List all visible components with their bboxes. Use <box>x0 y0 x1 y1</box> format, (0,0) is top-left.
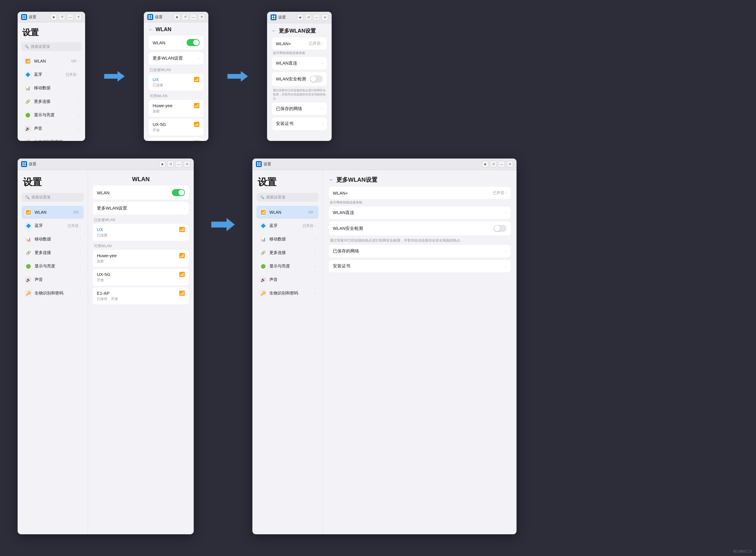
wlan-plus-subtitle-3: 提升网络智能连接体验 <box>272 51 327 55</box>
bottom-network-huwe-1[interactable]: Huwe-yee 📶 加密 <box>93 250 189 267</box>
wlan-security-toggle-3[interactable] <box>310 75 323 82</box>
btn-square-3[interactable]: ■ <box>297 14 303 21</box>
bottom-back-btn-2[interactable]: ← <box>329 177 334 183</box>
bottom-btn-min-1[interactable]: — <box>176 161 182 167</box>
bottom-btn-rotate-2[interactable]: ↺ <box>490 161 497 167</box>
bottom-menu-biometric-1[interactable]: 🔑 生物识别和密码 › <box>22 287 84 300</box>
bottom-menu-mobile-1[interactable]: 📊 移动数据 › <box>22 233 84 246</box>
svg-rect-2 <box>22 17 24 19</box>
bottom-wlan-security-row-2[interactable]: WLAN安全检测 <box>329 221 511 236</box>
menu-wlan-1[interactable]: 📶 WLAN UX › <box>21 55 81 68</box>
bottom-sound-icon-2: 🔊 <box>259 276 266 283</box>
bottom-menu-bluetooth-1[interactable]: 🔷 蓝牙 已开启 › <box>22 219 84 232</box>
bottom-menu-wlan-2[interactable]: 📶 WLAN UX › <box>256 206 318 219</box>
menu-mobile-1[interactable]: 📊 移动数据 › <box>21 81 81 95</box>
app-icon-3 <box>271 14 277 20</box>
bottom-saved-networks-row-2[interactable]: 已保存的网络 › <box>329 245 511 257</box>
install-cert-row-3[interactable]: 安装证书 › <box>272 117 327 130</box>
connected-network-2[interactable]: UX 📶 已连接 <box>148 74 204 91</box>
bottom-menu-more-connect-1[interactable]: 🔗 更多连接 › <box>22 246 84 259</box>
network-e1ap-name-2: E1-AP <box>153 141 194 141</box>
bottom-menu-mobile-2[interactable]: 📊 移动数据 › <box>256 233 318 246</box>
bottom-menu-biometric-2[interactable]: 🔑 生物识别和密码 › <box>256 287 318 300</box>
search-icon-1: 🔍 <box>25 45 29 49</box>
bottom-btn-min-2[interactable]: — <box>498 161 505 167</box>
btn-min-2[interactable]: — <box>190 14 196 20</box>
bottom-install-cert-label-2: 安装证书 <box>333 263 505 269</box>
svg-rect-13 <box>24 162 26 164</box>
svg-rect-12 <box>22 162 24 164</box>
bottom-window-1: 设置 ■ ↺ — ✕ 设置 🔍 搜索设置项 📶 WLAN UX › <box>17 159 194 534</box>
bottom-network-ux5g-1[interactable]: UX-5G 📶 开放 <box>93 269 189 286</box>
menu-bluetooth-1[interactable]: 🔷 蓝牙 已开启 › <box>21 68 81 81</box>
wlan-label-1: WLAN <box>34 59 71 63</box>
bottom-more-connect-icon-1: 🔗 <box>25 249 32 256</box>
bottom-menu-sound-1[interactable]: 🔊 声音 › <box>22 273 84 286</box>
display-label-1: 显示与亮度 <box>34 112 77 118</box>
network-e1ap-2[interactable]: E1-AP 📶 已保存，开放 <box>148 137 204 141</box>
btn-rotate-3[interactable]: ↺ <box>305 14 312 21</box>
bottom-more-wlan-label-1: 更多WLAN设置 <box>97 206 184 211</box>
bottom-more-connect-label-1: 更多连接 <box>35 250 79 255</box>
bottom-search-box-1[interactable]: 🔍 搜索设置项 <box>22 193 84 202</box>
panel-title-2: WLAN <box>155 27 171 33</box>
bottom-wlan-toggle-1[interactable] <box>172 189 185 196</box>
bottom-menu-wlan-1[interactable]: 📶 WLAN UX › <box>22 206 84 219</box>
btn-rotate-1[interactable]: ↺ <box>59 14 65 20</box>
bottom-btn-close-1[interactable]: ✕ <box>184 161 190 167</box>
search-placeholder-1: 搜索设置项 <box>31 44 50 49</box>
bottom-sidebar-1: 设置 🔍 搜索设置项 📶 WLAN UX › 🔷 蓝牙 已开启 › <box>17 170 88 534</box>
bottom-menu-sound-2[interactable]: 🔊 声音 › <box>256 273 318 286</box>
bottom-menu-display-2[interactable]: 🟢 显示与亮度 › <box>256 260 318 273</box>
bottom-install-cert-row-2[interactable]: 安装证书 › <box>329 260 511 272</box>
bottom-wlan-toggle-label-1: WLAN <box>97 190 172 195</box>
bottom-wlan-icon-1: 📶 <box>25 209 32 216</box>
bottom-wlan-plus-row-2[interactable]: WLAN+ 已开启 › <box>329 187 511 199</box>
btn-min-1[interactable]: — <box>67 14 73 20</box>
bottom-network-e1ap-1[interactable]: E1-AP 📶 已保存，开放 <box>93 287 189 305</box>
bottom-btn-close-2[interactable]: ✕ <box>507 161 513 167</box>
bottom-menu-display-1[interactable]: 🟢 显示与亮度 › <box>22 260 84 273</box>
bottom-btn-square-1[interactable]: ■ <box>159 161 166 167</box>
btn-square-2[interactable]: ■ <box>174 14 180 20</box>
menu-display-1[interactable]: 🟢 显示与亮度 › <box>21 109 81 121</box>
more-wlan-row-2[interactable]: 更多WLAN设置 › <box>148 52 204 65</box>
wlan-security-row-3[interactable]: WLAN安全检测 <box>272 72 327 86</box>
wlan-direct-row-3[interactable]: WLAN直连 › <box>272 57 327 70</box>
bottom-btn-rotate-1[interactable]: ↺ <box>167 161 174 167</box>
bottom-mobile-label-2: 移动数据 <box>269 237 314 242</box>
bottom-menu-bluetooth-2[interactable]: 🔷 蓝牙 已开启 › <box>256 219 318 232</box>
bottom-search-box-2[interactable]: 🔍 搜索设置项 <box>256 193 318 202</box>
wlan-value-1: UX <box>71 59 76 63</box>
bottom-wlan-icon-2: 📶 <box>259 209 266 216</box>
menu-sound-1[interactable]: 🔊 声音 › <box>21 122 81 135</box>
bottom-wlan-toggle-row-1[interactable]: WLAN <box>93 185 189 200</box>
bottom-app-icon-2 <box>256 161 262 167</box>
menu-more-connect-1[interactable]: 🔗 更多连接 › <box>21 95 81 108</box>
btn-close-1[interactable]: ✕ <box>75 14 81 20</box>
bottom-more-wlan-row-1[interactable]: 更多WLAN设置 › <box>93 202 189 215</box>
btn-rotate-2[interactable]: ↺ <box>182 14 188 20</box>
bottom-wlan-security-toggle-2[interactable] <box>494 225 507 232</box>
btn-square-1[interactable]: ■ <box>50 14 57 20</box>
btn-min-3[interactable]: — <box>314 14 320 21</box>
bottom-wlan-direct-row-2[interactable]: WLAN直连 › <box>329 206 511 219</box>
wlan-toggle-2[interactable] <box>187 39 200 46</box>
wlan-plus-row-3[interactable]: WLAN+ 已开启 › <box>272 37 327 49</box>
bottom-connected-network-1[interactable]: UX 📶 已连接 <box>93 224 189 241</box>
saved-networks-row-3[interactable]: 已保存的网络 › <box>272 102 327 115</box>
menu-biometric-1[interactable]: 🔑 生物识别和密码 › <box>21 136 81 141</box>
bottom-window-1-content: 设置 🔍 搜索设置项 📶 WLAN UX › 🔷 蓝牙 已开启 › <box>17 170 194 534</box>
back-btn-2[interactable]: ← <box>148 27 153 32</box>
btn-close-2[interactable]: ✕ <box>199 14 205 20</box>
network-ux5g-2[interactable]: UX-5G 📶 开放 <box>148 118 204 136</box>
back-btn-3[interactable]: ← <box>272 28 277 33</box>
bottom-btn-square-2[interactable]: ■ <box>482 161 488 167</box>
display-chevron-1: › <box>77 113 79 117</box>
svg-rect-1 <box>24 15 26 17</box>
btn-close-3[interactable]: ✕ <box>322 14 328 21</box>
network-huwe-2[interactable]: Huwe-yee 📶 加密 <box>148 100 204 117</box>
search-box-1[interactable]: 🔍 搜索设置项 <box>21 42 81 51</box>
wlan-toggle-row-2[interactable]: WLAN <box>148 36 204 49</box>
bottom-menu-more-connect-2[interactable]: 🔗 更多连接 › <box>256 246 318 259</box>
